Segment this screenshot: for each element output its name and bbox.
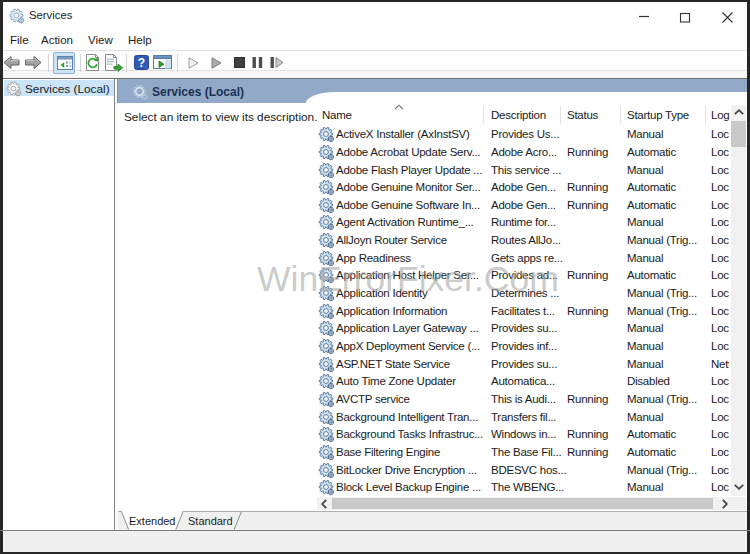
svg-text:?: ?	[138, 56, 145, 70]
